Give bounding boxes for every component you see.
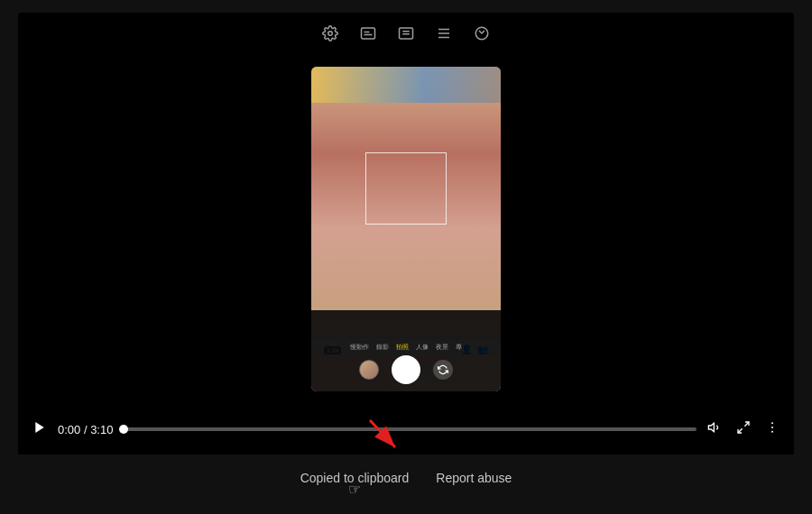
report-abuse-link[interactable]: Report abuse [436,471,512,485]
mode-slowmo[interactable]: 慢動作 [350,344,369,352]
progress-dot[interactable] [119,425,128,434]
focus-rect [365,152,447,225]
more-options-icon[interactable] [765,420,780,438]
play-button[interactable] [32,420,47,438]
svg-marker-11 [35,422,43,433]
subtitles-icon[interactable] [360,25,376,46]
mode-night[interactable]: 夜景 [436,344,448,352]
ctrl-right-icons [707,420,780,438]
copied-to-clipboard-area: Copied to clipboard ☞ [300,471,410,485]
outer-container: 1.0x 👤 👥 慢動作 錄影 拍照 人像 夜景 專 [0,0,812,514]
svg-line-19 [370,420,395,447]
time-display: 0:00 / 3:10 [58,423,113,436]
svg-point-16 [771,427,773,428]
pip-icon[interactable] [474,25,490,46]
mode-photo[interactable]: 拍照 [396,344,409,352]
mode-video[interactable]: 錄影 [376,344,389,352]
progress-bar[interactable] [124,427,697,431]
fullscreen-icon[interactable] [736,420,751,438]
svg-point-15 [771,422,773,424]
svg-point-17 [771,431,773,433]
camera-modes: 慢動作 錄影 拍照 人像 夜景 專 [350,344,462,352]
shutter-button[interactable] [392,355,420,384]
mode-portrait[interactable]: 人像 [416,344,429,352]
phone-screen: 1.0x 👤 👥 慢動作 錄影 拍照 人像 夜景 專 [311,67,501,391]
camera-bottom: 慢動作 錄影 拍照 人像 夜景 專 [311,310,501,391]
video-top-icons [322,25,490,46]
svg-line-14 [738,428,743,433]
cursor-hand-icon: ☞ [348,481,361,498]
resolution-icon[interactable] [398,25,414,46]
svg-marker-12 [708,423,714,431]
svg-rect-1 [362,28,375,39]
camera-controls-row [359,355,453,384]
camera-thumbnail[interactable] [359,360,379,380]
mode-pro[interactable]: 專 [456,344,462,352]
video-player: 1.0x 👤 👥 慢動作 錄影 拍照 人像 夜景 專 [18,13,794,454]
cast-icon[interactable] [436,25,452,46]
svg-point-0 [328,32,333,36]
settings-icon[interactable] [322,25,338,46]
svg-line-13 [744,422,749,427]
camera-ui: 1.0x 👤 👥 慢動作 錄影 拍照 人像 夜景 專 [311,67,501,391]
volume-icon[interactable] [707,420,722,438]
video-controls: 0:00 / 3:10 [18,404,794,454]
bottom-bar: Copied to clipboard ☞ Report abuse [18,454,794,501]
flip-camera-button[interactable] [433,360,453,380]
